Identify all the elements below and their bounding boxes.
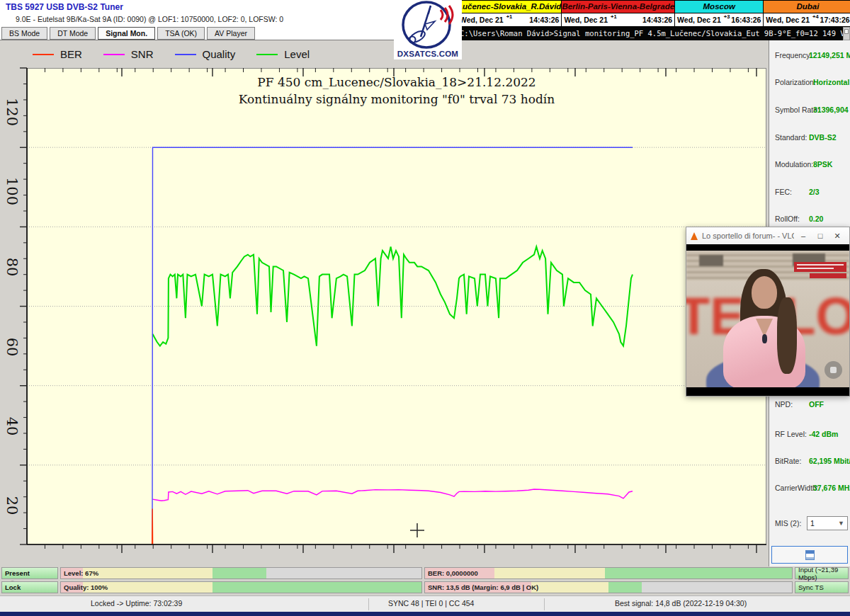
maximize-button[interactable]: □ bbox=[812, 229, 828, 242]
y-tick-label-120: 120 bbox=[4, 98, 21, 119]
progress-label: SNR: 13,5 dB (Margin: 6,9 dB | OK) bbox=[428, 583, 538, 591]
clock-city-label: Dubai bbox=[764, 1, 850, 13]
clock-date: Wed, Dec 21 bbox=[564, 16, 608, 24]
legend-swatch bbox=[175, 54, 196, 55]
broadcast-caption bbox=[794, 262, 846, 272]
clock-city-label: Lučenec-Slovakia_R.Dávid bbox=[458, 1, 561, 13]
legend-label: Quality bbox=[203, 48, 236, 60]
param-label-frequency: Frequency: bbox=[775, 51, 812, 59]
status-bar: Locked -> Uptime: 73:02:39 SYNC 48 | TEI… bbox=[0, 595, 850, 612]
series-quality bbox=[152, 147, 633, 544]
series-ber bbox=[152, 509, 153, 545]
param-value-symbolrate: 31396,904 KS/s bbox=[813, 105, 850, 114]
param-value-fec: 2/3 bbox=[809, 188, 820, 196]
badge-lock: Lock bbox=[1, 581, 58, 593]
param-value-modulation: 8PSK bbox=[813, 160, 832, 169]
clock-moscow: MoscowWed, Dec 21+316:43:26 bbox=[675, 1, 764, 26]
clock-utc-offset: +3 bbox=[724, 13, 730, 20]
tuner-subtitle: 9.0E - Eutelsat 9B/Ka-Sat 9A (ID: 0090) … bbox=[16, 15, 283, 23]
monitor-row-1: PresentLevel: 67%BER: 0,0000000Input (~2… bbox=[1, 567, 849, 579]
window-header: TBS 5927 USB DVB-S2 Tuner 9.0E - Eutelsa… bbox=[0, 0, 457, 40]
monitor-row-2: LockQuality: 100%SNR: 13,5 dB (Margin: 6… bbox=[1, 581, 849, 593]
tab-bs-mode[interactable]: BS Mode bbox=[1, 27, 47, 40]
series-level bbox=[153, 246, 633, 346]
progress-label: Quality: 100% bbox=[64, 583, 108, 591]
chart-legend: BERSNRQualityLevel bbox=[33, 48, 331, 60]
tab-signal-mon-[interactable]: Signal Mon. bbox=[98, 27, 155, 40]
clock-date: Wed, Dec 21 bbox=[677, 16, 721, 24]
dxsatcs-logo: DXSATCS.COM bbox=[394, 0, 462, 59]
y-tick-label-100: 100 bbox=[4, 177, 21, 198]
param-label-carrierwidth: CarrierWidth: bbox=[775, 484, 819, 492]
best-signal-status: Best signal: 14,8 dB (2022-12-19 04:30) bbox=[615, 599, 747, 608]
legend-swatch bbox=[256, 54, 278, 55]
console-command-line: C:\Users\Roman Dávid>Signal monitoring_P… bbox=[457, 27, 843, 40]
param-value-polarization: Horizontal bbox=[813, 78, 849, 86]
minimize-button[interactable]: – bbox=[795, 229, 811, 242]
param-label-fec: FEC: bbox=[775, 188, 792, 196]
param-label-standard: Standard: bbox=[775, 133, 808, 142]
chart-title-line1: PF 450 cm_Lucenec/Slovakia_18>21.12.2022 bbox=[27, 74, 766, 91]
vlc-cone-icon bbox=[691, 232, 698, 240]
param-label-modulation: Modulation: bbox=[775, 160, 813, 169]
tab-av-player[interactable]: AV Player bbox=[207, 27, 255, 40]
legend-label: SNR bbox=[131, 48, 154, 60]
y-tick-label-60: 60 bbox=[4, 336, 21, 358]
chevron-down-icon: ▼ bbox=[838, 520, 844, 527]
progress-bar-snr: SNR: 13,5 dB (Margin: 6,9 dB | OK) bbox=[424, 581, 793, 593]
progress-label: Level: 67% bbox=[64, 569, 98, 577]
series-snr bbox=[153, 489, 633, 501]
progress-bar-quality: Quality: 100% bbox=[60, 581, 422, 593]
clock-utc-offset: +4 bbox=[812, 13, 819, 20]
param-value-frequency: 12149,251 MHz bbox=[809, 51, 850, 59]
clock-lu-enec-slovakia-r-d-vid: Lučenec-Slovakia_R.DávidWed, Dec 21+114:… bbox=[458, 1, 562, 26]
uptime-status: Locked -> Uptime: 73:02:39 bbox=[91, 599, 182, 608]
legend-swatch bbox=[33, 54, 54, 55]
clock-date: Wed, Dec 21 bbox=[766, 16, 810, 24]
world-clocks: Lučenec-Slovakia_R.DávidWed, Dec 21+114:… bbox=[457, 0, 850, 27]
clock-utc-offset: +1 bbox=[506, 13, 513, 20]
clock-dubai: DubaiWed, Dec 21+417:43:26 bbox=[764, 1, 850, 26]
param-value-npd: OFF bbox=[809, 400, 824, 409]
chart-title: PF 450 cm_Lucenec/Slovakia_18>21.12.2022… bbox=[27, 74, 766, 108]
param-label-mis: MIS (2): bbox=[775, 519, 801, 527]
legend-item-snr: SNR bbox=[103, 48, 154, 60]
list-icon bbox=[805, 550, 815, 560]
clock-city-label: Berlin-Paris-Vienna-Belgrade bbox=[562, 1, 674, 13]
vlc-window-title: Lo sportello di forum- - VLC media playe… bbox=[702, 232, 794, 240]
vlc-titlebar[interactable]: Lo sportello di forum- - VLC media playe… bbox=[686, 227, 849, 244]
param-value-rflevel: -42 dBm bbox=[809, 430, 838, 438]
mode-tabs: BS ModeDT ModeSignal Mon.TSA (OK)AV Play… bbox=[1, 27, 255, 40]
signal-chart bbox=[27, 68, 766, 544]
channel-logo bbox=[824, 361, 842, 379]
tab-tsa-ok-[interactable]: TSA (OK) bbox=[157, 27, 205, 40]
close-button[interactable]: ✕ bbox=[829, 229, 845, 242]
clock-city-label: Moscow bbox=[675, 1, 763, 13]
vlc-video-frame[interactable]: TE LO bbox=[686, 244, 849, 396]
stream-list-button[interactable] bbox=[771, 546, 848, 564]
legend-swatch bbox=[103, 54, 125, 55]
badge-sync-ts: Sync TS bbox=[795, 581, 849, 593]
param-value-carrierwidth: 37,676 MHz bbox=[813, 484, 850, 492]
necklace-pendant bbox=[762, 334, 767, 343]
signal-monitor-screen: TBS 5927 USB DVB-S2 Tuner 9.0E - Eutelsa… bbox=[0, 0, 850, 616]
mis-selected-value: 1 bbox=[810, 519, 815, 527]
clock-date: Wed, Dec 21 bbox=[460, 16, 504, 24]
progress-bar-ber: BER: 0,0000000 bbox=[424, 567, 793, 579]
param-label-npd: NPD: bbox=[775, 400, 793, 409]
vlc-window[interactable]: Lo sportello di forum- - VLC media playe… bbox=[686, 227, 850, 397]
clock-time: 17:43:26 bbox=[820, 16, 850, 24]
mis-dropdown[interactable]: 1 ▼ bbox=[807, 516, 848, 530]
legend-item-level: Level bbox=[256, 48, 310, 60]
progress-bar-level: Level: 67% bbox=[60, 567, 422, 579]
console-scrollbar[interactable] bbox=[843, 27, 850, 40]
satellite-dish-icon bbox=[394, 0, 462, 50]
badge-present: Present bbox=[1, 567, 58, 579]
logo-text: DXSATCS.COM bbox=[394, 50, 462, 58]
legend-label: Level bbox=[284, 48, 310, 60]
y-tick-label-20: 20 bbox=[4, 495, 21, 516]
clock-time: 14:43:26 bbox=[642, 16, 672, 24]
tab-dt-mode[interactable]: DT Mode bbox=[50, 27, 96, 40]
chart-area: PF 450 cm_Lucenec/Slovakia_18>21.12.2022… bbox=[0, 40, 769, 566]
param-value-bitrate: 62,195 Mbit/s bbox=[809, 457, 850, 465]
